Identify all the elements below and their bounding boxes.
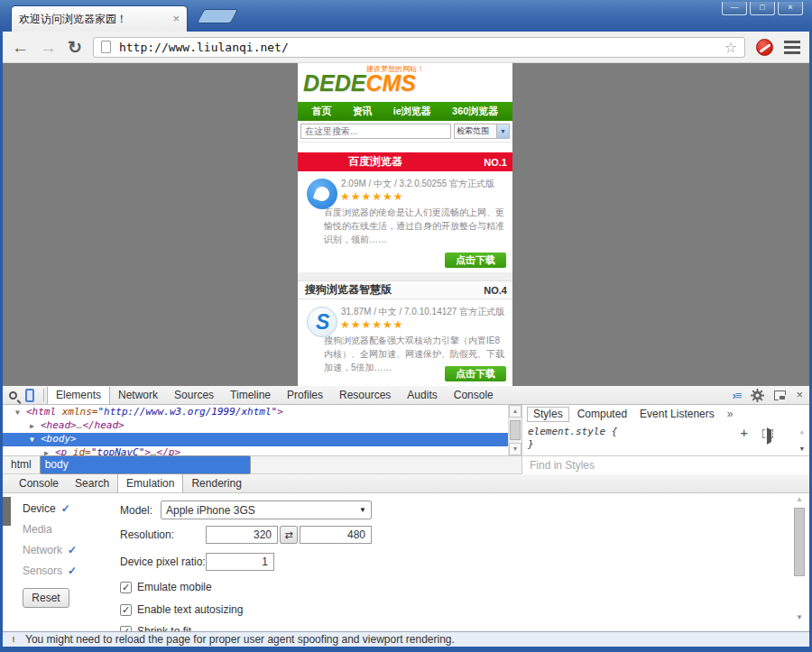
nav-item-ie-browser[interactable]: ie浏览器 [393, 105, 431, 118]
site-logo[interactable]: DEDECMS [303, 70, 416, 96]
bookmark-star-icon[interactable]: ☆ [724, 39, 737, 56]
devtools-tab-resources[interactable]: Resources [331, 387, 399, 404]
scrollbar-thumb[interactable] [510, 420, 521, 440]
warning-icon: ! [8, 634, 20, 645]
site-nav: 首页 资讯 ie浏览器 360浏览器 [298, 102, 512, 121]
warning-bar: ! You might need to reload the page for … [3, 631, 809, 647]
forward-icon[interactable]: → [40, 39, 57, 56]
devtools-close-icon[interactable]: × [796, 390, 803, 400]
nav-item-360-browser[interactable]: 360浏览器 [452, 105, 498, 118]
dom-node-body[interactable]: ▼<body> [3, 433, 508, 446]
close-button[interactable]: × [778, 2, 803, 15]
inspect-element-icon[interactable] [9, 391, 17, 399]
address-bar[interactable]: http://www.liulanqi.net/ ☆ [93, 37, 745, 58]
nav-item-news[interactable]: 资讯 [353, 105, 373, 118]
back-icon[interactable]: ← [12, 39, 29, 56]
model-label: Model: [120, 504, 161, 517]
overflow-chevron-icon[interactable]: » [721, 408, 740, 420]
new-tab-button[interactable] [197, 9, 239, 23]
find-in-styles [521, 455, 809, 473]
sidebar-item-network[interactable]: Network ✓ [11, 539, 112, 560]
nav-item-home[interactable]: 首页 [312, 105, 332, 118]
settings-gear-icon[interactable] [751, 389, 764, 402]
swap-dimensions-button[interactable]: ⇄ [280, 526, 298, 544]
tab-styles[interactable]: Styles [527, 407, 569, 422]
device-model-select[interactable]: Apple iPhone 3GS ▼ [161, 500, 372, 519]
dom-tree-pane: ▼<html xmlns="http://www.w3.org/1999/xht… [3, 405, 521, 473]
minimize-button[interactable]: — [722, 2, 747, 15]
sidebar-item-device[interactable]: Device ✓ [11, 498, 112, 519]
reset-button[interactable]: Reset [23, 588, 69, 608]
sidebar-item-sensors[interactable]: Sensors ✓ [11, 560, 112, 581]
scroll-down-icon[interactable]: ▼ [793, 613, 806, 621]
url-text[interactable]: http://www.liulanqi.net/ [119, 41, 716, 54]
scroll-down-icon[interactable]: ▼ [800, 443, 804, 455]
tab-close-icon[interactable]: × [172, 14, 180, 24]
search-scope-dropdown[interactable]: 检索范围 ▼ [454, 124, 510, 139]
sidebar-scroll-marker[interactable] [3, 497, 11, 526]
text-autosizing-checkbox[interactable]: ✓ [120, 604, 132, 616]
drawer-tab-search[interactable]: Search [67, 474, 117, 492]
breadcrumb-html[interactable]: html [3, 456, 40, 473]
collapse-arrow-icon[interactable]: ▶ [30, 420, 41, 433]
breadcrumb-body[interactable]: body [40, 455, 251, 474]
dom-node-head[interactable]: ▶<head>…</head> [3, 419, 508, 433]
devtools-tab-timeline[interactable]: Timeline [222, 387, 279, 404]
maximize-button[interactable]: □ [750, 2, 775, 15]
sidebar-item-media[interactable]: Media [11, 519, 112, 539]
card-description: 百度浏览器的使命是让人们更流畅的上网、更愉悦的在线生活，通过自身的开放整合与精准… [324, 206, 507, 246]
dropdown-arrow-icon[interactable]: ▼ [496, 124, 509, 138]
download-button[interactable]: 点击下载 [445, 366, 506, 381]
dpr-label: Device pixel ratio: [120, 556, 206, 568]
drawer-scrollbar[interactable]: ▲ ▼ [793, 495, 806, 629]
find-styles-input[interactable] [522, 457, 809, 474]
download-button[interactable]: 点击下载 [445, 253, 506, 268]
devtools-tab-profiles[interactable]: Profiles [279, 387, 331, 404]
device-emulation-icon[interactable] [25, 389, 34, 402]
reload-icon[interactable]: ↻ [68, 39, 82, 56]
dock-icon[interactable] [774, 390, 786, 400]
resolution-width-input[interactable] [206, 526, 278, 544]
drawer-toggle-icon[interactable]: ›≡ [732, 389, 741, 402]
resolution-height-input[interactable] [300, 526, 372, 544]
site-search-input[interactable] [300, 124, 451, 139]
scroll-up-icon[interactable]: ▲ [793, 495, 806, 503]
extension-icon[interactable] [756, 39, 773, 56]
drawer-tab-console[interactable]: Console [11, 474, 67, 492]
element-state-icon[interactable] [762, 429, 773, 438]
dom-node-p-topnavc[interactable]: ▶<p id="topNavC">…</p> [3, 446, 508, 455]
tab-computed[interactable]: Computed [571, 408, 633, 420]
dom-node-html[interactable]: ▼<html xmlns="http://www.w3.org/1999/xht… [3, 406, 508, 419]
emulate-mobile-checkbox[interactable]: ✓ [120, 582, 132, 593]
collapse-arrow-icon[interactable]: ▶ [44, 447, 55, 455]
devtools-tab-network[interactable]: Network [110, 387, 166, 404]
menu-icon[interactable] [784, 41, 800, 54]
scroll-up-icon[interactable]: ▲ [800, 426, 804, 438]
devtools-tab-elements[interactable]: Elements [47, 387, 110, 404]
expand-arrow-icon[interactable]: ▼ [30, 434, 41, 446]
drawer-tab-rendering[interactable]: Rendering [183, 474, 249, 492]
expand-arrow-icon[interactable]: ▼ [15, 407, 26, 419]
device-pixel-ratio-input[interactable] [206, 553, 274, 571]
title-bar: 欢迎访问浏览器家园！ × — □ × [0, 0, 812, 32]
card-header-sogou: 搜狗浏览器智慧版 NO.4 [298, 280, 512, 299]
drawer-tab-emulation[interactable]: Emulation [117, 474, 183, 492]
scroll-down-icon[interactable]: ▼ [509, 443, 521, 455]
devtools-tab-audits[interactable]: Audits [399, 387, 445, 404]
tab-event-listeners[interactable]: Event Listeners [633, 408, 721, 420]
devtools-tab-sources[interactable]: Sources [166, 387, 222, 404]
scroll-up-icon[interactable]: ▲ [509, 405, 521, 418]
elements-panel: ▼<html xmlns="http://www.w3.org/1999/xht… [3, 405, 809, 473]
rank-badge: NO.4 [484, 285, 507, 296]
element-style-rule[interactable]: element.style { } + ▲ ▼ [522, 423, 809, 455]
scrollbar-thumb[interactable] [794, 508, 805, 576]
page-icon[interactable] [101, 41, 111, 53]
card-header-baidu: 百度浏览器 NO.1 [298, 152, 512, 171]
dom-breadcrumb: html body [3, 455, 521, 473]
devtools-tab-console[interactable]: Console [446, 387, 502, 404]
new-style-rule-icon[interactable]: + [741, 427, 748, 439]
card-title: 百度浏览器 [348, 154, 402, 170]
dom-tree-scrollbar[interactable]: ▲ ▼ [508, 405, 521, 455]
emulate-mobile-label: Emulate mobile [137, 581, 212, 593]
browser-tab[interactable]: 欢迎访问浏览器家园！ × [11, 5, 188, 32]
